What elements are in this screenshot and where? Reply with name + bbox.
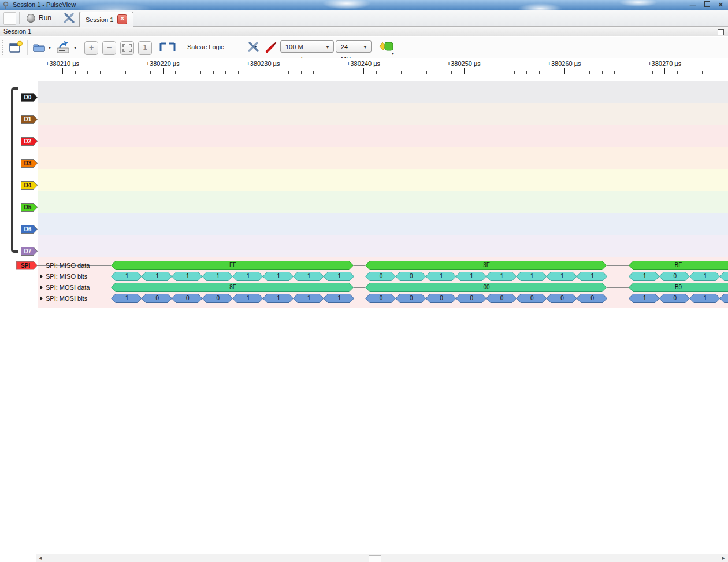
sample-rate-select[interactable]: 24 MHz ▼ [336, 40, 372, 53]
ruler-tick [514, 71, 515, 74]
close-button[interactable]: ✕ [718, 0, 723, 10]
ruler-tick-label: +380230 µs [228, 60, 298, 67]
session-tab-bar: Run Session 1 ✕ [0, 10, 728, 27]
decoder-annotation-fill: 0 [577, 294, 607, 302]
decoder-annotation: 0 [659, 272, 690, 281]
decoder-annotation-fill: 0 [660, 272, 690, 280]
time-ruler[interactable]: +380210 µs+380220 µs+380230 µs+380240 µs… [0, 58, 728, 75]
ruler-tick [301, 71, 302, 74]
decoder-annotation: 0 [365, 294, 396, 303]
trigger-rising-edge-icon[interactable] [168, 41, 176, 54]
run-button-label: Run [39, 14, 51, 22]
save-file-button[interactable] [55, 40, 70, 56]
channel-band-D1 [38, 103, 728, 125]
decoder-annotation-text: 1 [517, 272, 547, 280]
decoder-annotation: 1 [456, 272, 486, 281]
decoder-annotation-fill: 1 [294, 294, 324, 302]
decoder-annotation: 0 [202, 294, 233, 303]
decoder-annotation: 1 [111, 272, 142, 281]
decoder-annotation-fill: 1 [142, 272, 172, 280]
decoder-annotation-text: B9 [629, 283, 727, 291]
run-button[interactable]: Run [23, 12, 55, 24]
save-dropdown-arrow[interactable]: ▾ [74, 45, 76, 50]
channel-tag-label: D4 [21, 182, 37, 189]
decoder-annotation: 1 [293, 272, 324, 281]
ruler-tick [414, 71, 414, 74]
decoder-annotation-fill: 00 [366, 283, 606, 291]
scroll-left-icon[interactable]: ◄ [38, 556, 43, 561]
scroll-right-icon[interactable]: ► [721, 556, 726, 561]
decoder-row-label[interactable]: SPI: MISO bits [46, 272, 87, 280]
decoder-row-expander[interactable] [40, 285, 43, 290]
tab-close-icon[interactable]: ✕ [117, 14, 127, 24]
decoder-annotation: B9 [629, 283, 728, 292]
ruler-tick [526, 71, 527, 74]
decoder-annotation-fill: 0 [517, 294, 546, 302]
decoder-annotation-fill: 0 [456, 294, 486, 302]
zoom-in-button[interactable]: + [84, 41, 98, 55]
decoder-row-label[interactable]: SPI: MOSI data [46, 283, 90, 291]
decoder-row-expander[interactable] [40, 274, 43, 279]
sample-count-select[interactable]: 100 M samples ▼ [280, 40, 334, 53]
channel-tag-label: D3 [21, 160, 37, 167]
decoder-row-expander[interactable] [40, 296, 43, 301]
ruler-tick [702, 71, 703, 74]
ruler-tick [477, 71, 477, 74]
decoder-row-line [354, 287, 365, 288]
decoder-annotation-fill: 1 [203, 272, 233, 280]
channel-band-D6 [38, 213, 728, 235]
zoom-one-to-one-button[interactable]: 1 [138, 41, 152, 55]
decoder-annotation: 0 [486, 294, 517, 303]
new-session-button[interactable] [8, 40, 23, 56]
decoder-annotation: 1 [324, 272, 355, 281]
separator [27, 40, 28, 55]
settings-wrench-button[interactable] [61, 11, 77, 25]
minimize-button[interactable]: — [690, 0, 696, 10]
decoder-annotation-fill: 1 [629, 294, 659, 302]
decoder-annotation-text: 1 [426, 272, 457, 280]
open-dropdown-arrow[interactable]: ▾ [49, 45, 51, 50]
decoder-annotation-fill: 0 [486, 294, 516, 302]
decoder-annotation-fill: 1 [629, 272, 659, 280]
decoder-annotation: 3F [365, 261, 607, 270]
decoder-annotation-fill: 1 [486, 272, 516, 280]
ruler-tick [464, 68, 465, 74]
scrollbar-thumb[interactable] [369, 555, 381, 562]
open-file-button[interactable] [32, 40, 47, 56]
channels-probe-button[interactable] [264, 40, 278, 55]
decoder-annotation: 0 [659, 294, 690, 303]
trigger-falling-edge-icon[interactable] [159, 41, 167, 54]
title-bar: Session 1 - PulseView — ✕ [0, 0, 728, 10]
new-view-button[interactable] [3, 12, 16, 25]
configure-device-button[interactable] [246, 40, 262, 55]
zoom-fit-button[interactable] [120, 41, 134, 55]
decoder-tag-spi[interactable]: SPI [16, 261, 38, 270]
decoder-dropdown-arrow[interactable]: ▾ [392, 51, 394, 56]
ruler-tick [326, 71, 326, 74]
decoder-annotation-text: 1 [324, 272, 355, 280]
decoder-annotation-text: 0 [203, 294, 234, 302]
decoder-annotation: 1 [324, 294, 355, 303]
decoder-annotation-fill: 0 [396, 272, 425, 280]
decoder-annotation: 0 [395, 294, 426, 303]
zoom-out-button[interactable]: − [102, 41, 116, 55]
decoder-annotation: 1 [293, 294, 324, 303]
decoder-annotation: 1 [172, 272, 203, 281]
toolbar-handle[interactable] [2, 40, 3, 55]
decoder-annotation: 8F [111, 283, 354, 292]
decoder-annotation: 0 [142, 294, 173, 303]
ruler-tick [640, 71, 640, 74]
decoder-annotation: 0 [547, 294, 577, 303]
tab-session-1[interactable]: Session 1 ✕ [79, 12, 133, 27]
decoder-annotation-text: BF [629, 261, 727, 269]
channel-group-bracket[interactable] [11, 87, 18, 253]
restore-button[interactable] [704, 0, 710, 10]
decoder-annotation-text: 0 [366, 272, 396, 280]
decoder-row-label[interactable]: SPI: MOSI bits [46, 294, 87, 302]
decoder-annotation-text: 1 [486, 272, 517, 280]
ruler-tick [577, 71, 577, 74]
ruler-tick-label: +380220 µs [128, 60, 198, 67]
horizontal-scrollbar[interactable]: ◄ ► [36, 554, 728, 562]
decoder-row-label[interactable]: SPI: MISO data [46, 261, 90, 269]
undock-panel-icon[interactable] [718, 29, 724, 35]
